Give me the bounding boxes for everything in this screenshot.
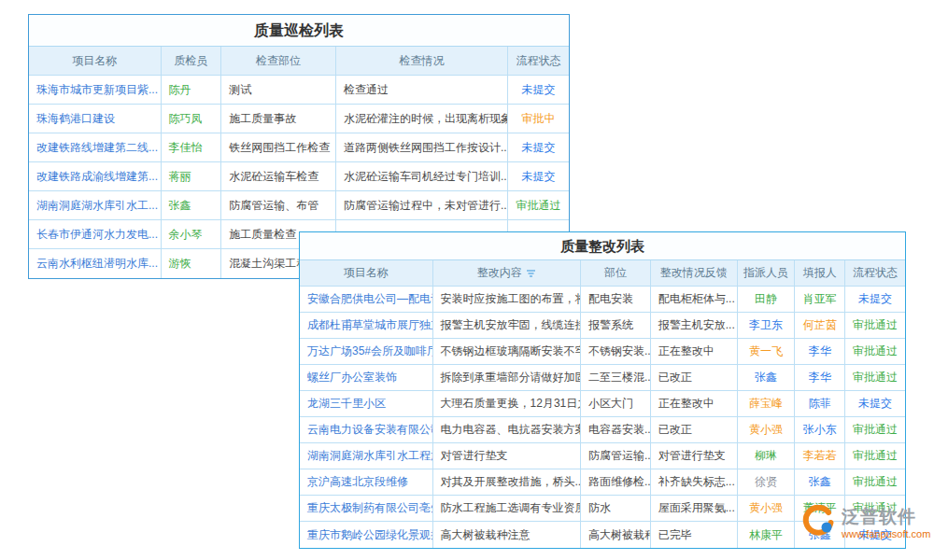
cell-feedback: 已改正 [651,417,738,443]
table-row[interactable]: 安徽合肥供电公司—配电设备... 安装时应按施工图的布置，将... 配电安装 配… [300,287,905,313]
cell-inspector: 陈巧凤 [162,105,222,133]
column-header-flow-status: 流程状态 [845,260,905,287]
column-header-inspection-part: 检查部位 [221,47,336,76]
cell-rectify-content: 大理石质量更换，12月31日之... [433,391,581,417]
brand-watermark[interactable]: 泛普软件 www.fanpusoft.com [801,505,930,542]
table-row[interactable]: 湖南洞庭湖水库引水工... 张鑫 防腐管运输、布管 防腐管运输过程中，未对管进行… [29,191,569,220]
cell-part: 小区大门 [581,391,651,417]
cell-project-name[interactable]: 珠海鹤港口建设 [29,105,162,133]
cell-flow-status: 审批通过 [845,313,905,339]
cell-rectify-content: 对其及开展整改措施，桥头... [433,469,581,496]
column-header-project-name: 项目名称 [300,260,433,287]
cell-part: 不锈钢安装... [581,339,651,365]
cell-inspector: 陈丹 [162,76,222,105]
column-header-inspector: 质检员 [162,47,222,76]
sort-icon[interactable] [526,269,536,278]
cell-part: 防腐管运输... [581,443,651,469]
cell-project-name[interactable]: 万达广场35#会所及咖啡厅空... [300,339,433,365]
cell-project-name[interactable]: 改建铁路成渝线增建第... [29,162,162,191]
cell-feedback: 已改正 [651,365,738,391]
cell-assignee: 张鑫 [738,365,796,391]
table-row[interactable]: 成都杜甫草堂城市展厅独立展... 报警主机安放牢固，线缆连接... 报警系统 报… [300,313,905,339]
cell-inspection-detail: 水泥砼灌注的时候，出现离析现象 [336,105,508,133]
cell-assignee: 林康平 [738,522,796,548]
cell-inspector: 蒋丽 [162,162,222,191]
cell-part: 配电安装 [581,287,651,313]
cell-rectify-content: 对管进行垫支 [433,443,581,469]
cell-flow-status: 审批通过 [845,443,905,469]
cell-project-name[interactable]: 改建铁路线增建第二线... [29,133,162,162]
table-row[interactable]: 改建铁路线增建第二线... 李佳怡 铁丝网围挡工作检查 道路两侧铁丝网围挡工作按… [29,133,569,162]
cell-inspection-part: 水泥砼运输车检查 [221,162,336,191]
cell-project-name[interactable]: 湖南洞庭湖水库引水工... [29,191,162,220]
cell-inspection-detail: 检查通过 [336,76,508,105]
rectification-table-title: 质量整改列表 [300,232,905,260]
cell-inspector: 余小琴 [162,220,222,249]
fanpu-logo-icon [801,505,835,542]
cell-inspection-detail: 水泥砼运输车司机经过专门培训... [336,162,508,191]
cell-feedback: 报警主机安放... [651,313,738,339]
column-header-flow-status: 流程状态 [508,47,569,76]
cell-project-name[interactable]: 长春市伊通河水力发电... [29,220,162,249]
cell-reporter: 肖亚军 [795,287,845,313]
cell-project-name[interactable]: 螺丝厂办公室装饰 [300,365,433,391]
cell-reporter: 李华 [795,365,845,391]
quality-rectification-table: 质量整改列表 项目名称 整改内容 部位 整改情况反馈 指派人员 填报人 流程状态… [299,231,906,549]
cell-inspector: 李佳怡 [162,133,222,162]
cell-project-name[interactable]: 湖南洞庭湖水库引水工程施工... [300,443,433,469]
cell-project-name[interactable]: 成都杜甫草堂城市展厅独立展... [300,313,433,339]
cell-assignee: 黄小强 [738,417,796,443]
cell-project-name[interactable]: 云南水利枢纽潜明水库... [29,249,162,278]
cell-part: 路面维修检... [581,469,651,496]
cell-rectify-content: 电力电容器、电抗器安装方案... [433,417,581,443]
column-header-project-name: 项目名称 [29,47,162,76]
cell-project-name[interactable]: 重庆太极制药有限公司亳州中... [300,496,433,522]
cell-inspector: 张鑫 [162,191,222,220]
cell-flow-status: 审批通过 [508,191,569,220]
cell-reporter: 陈菲 [795,391,845,417]
cell-feedback: 对管进行垫支 [651,443,738,469]
table-row[interactable]: 珠海鹤港口建设 陈巧凤 施工质量事故 水泥砼灌注的时候，出现离析现象 审批中 [29,105,569,133]
cell-part: 电容器安装... [581,417,651,443]
table-row[interactable]: 万达广场35#会所及咖啡厅空... 不锈钢边框玻璃隔断安装不牢... 不锈钢安装… [300,339,905,365]
inspection-table-title: 质量巡检列表 [29,15,569,47]
cell-part: 高大树被栽种 [581,522,651,548]
table-row[interactable]: 改建铁路成渝线增建第... 蒋丽 水泥砼运输车检查 水泥砼运输车司机经过专门培训… [29,162,569,191]
cell-assignee: 徐贤 [738,469,796,496]
cell-project-name[interactable]: 重庆市鹅岭公园绿化景观提升... [300,522,433,548]
table-row[interactable]: 珠海市城市更新项目紫... 陈丹 测试 检查通过 未提交 [29,76,569,105]
cell-feedback: 配电柜柜体与... [651,287,738,313]
cell-project-name[interactable]: 云南电力设备安装有限公司20... [300,417,433,443]
cell-reporter: 何芷茵 [795,313,845,339]
cell-assignee: 柳琳 [738,443,796,469]
table-row[interactable]: 京沪高速北京段维修 对其及开展整改措施，桥头... 路面维修检... 补齐缺失标… [300,469,905,496]
cell-feedback: 正在整改中 [651,339,738,365]
cell-project-name[interactable]: 珠海市城市更新项目紫... [29,76,162,105]
cell-assignee: 薛宝峰 [738,391,796,417]
cell-flow-status: 未提交 [508,162,569,191]
table-row[interactable]: 湖南洞庭湖水库引水工程施工... 对管进行垫支 防腐管运输... 对管进行垫支 … [300,443,905,469]
table-row[interactable]: 螺丝厂办公室装饰 拆除到承重墙部分请做好加固... 二至三楼混... 已改正 张… [300,365,905,391]
cell-inspection-part: 施工质量事故 [221,105,336,133]
cell-inspection-detail: 防腐管运输过程中，未对管进行... [336,191,508,220]
cell-rectify-content: 拆除到承重墙部分请做好加固... [433,365,581,391]
cell-flow-status: 审批通过 [845,469,905,496]
cell-inspection-part: 测试 [221,76,336,105]
cell-part: 防水 [581,496,651,522]
cell-inspector: 游恢 [162,249,222,278]
cell-rectify-content: 报警主机安放牢固，线缆连接... [433,313,581,339]
cell-project-name[interactable]: 龙湖三千里小区 [300,391,433,417]
cell-inspection-detail: 道路两侧铁丝网围挡工作按设计... [336,133,508,162]
table-row[interactable]: 云南电力设备安装有限公司20... 电力电容器、电抗器安装方案... 电容器安装… [300,417,905,443]
cell-flow-status: 审批通过 [845,365,905,391]
table-row[interactable]: 龙湖三千里小区 大理石质量更换，12月31日之... 小区大门 正在整改中 薛宝… [300,391,905,417]
column-header-rectify-content[interactable]: 整改内容 [433,260,581,287]
column-header-inspection-detail: 检查情况 [336,47,508,76]
cell-project-name[interactable]: 安徽合肥供电公司—配电设备... [300,287,433,313]
cell-part: 报警系统 [581,313,651,339]
cell-inspection-part: 铁丝网围挡工作检查 [221,133,336,162]
brand-url[interactable]: www.fanpusoft.com [842,528,930,539]
cell-reporter: 李若若 [795,443,845,469]
cell-project-name[interactable]: 京沪高速北京段维修 [300,469,433,496]
cell-rectify-content: 防水工程施工选调有专业资质... [433,496,581,522]
